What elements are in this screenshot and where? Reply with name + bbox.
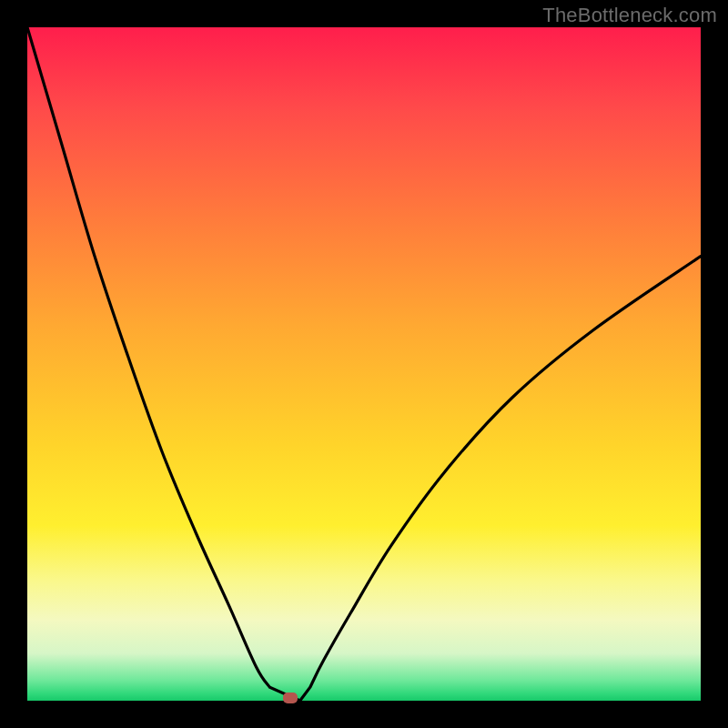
optimal-point-marker [283, 693, 298, 703]
watermark-text: TheBottleneck.com [542, 4, 717, 27]
chart-frame: TheBottleneck.com [0, 0, 728, 728]
bottleneck-curve [27, 27, 701, 701]
plot-area [27, 27, 701, 701]
